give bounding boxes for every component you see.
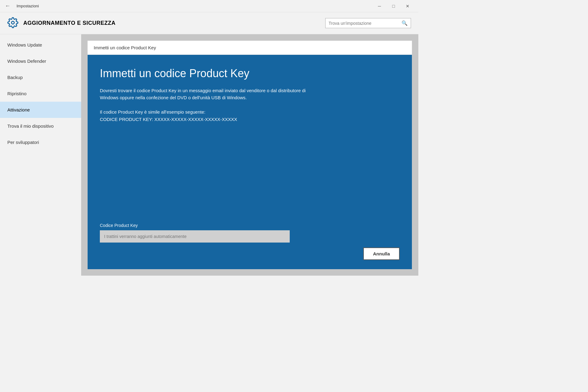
sidebar-item-attivazione[interactable]: Attivazione [0, 102, 81, 118]
dialog-spacer [100, 123, 400, 223]
sidebar-item-windows-update[interactable]: Windows Update [0, 37, 81, 53]
input-label: Codice Product Key [100, 223, 400, 228]
window-controls: ─ □ ✕ [372, 0, 415, 12]
search-icon: 🔍 [401, 20, 408, 26]
product-key-input[interactable] [100, 230, 290, 243]
app-title-bar-label: Impostazioni [17, 4, 39, 8]
minimize-button[interactable]: ─ [372, 0, 386, 12]
close-button[interactable]: ✕ [401, 0, 415, 12]
sidebar-item-windows-defender[interactable]: Windows Defender [0, 53, 81, 69]
sidebar-item-backup[interactable]: Backup [0, 69, 81, 85]
dialog-input-section: Codice Product Key Annulla [100, 223, 400, 260]
dialog-title-bar: Immetti un codice Product Key [88, 41, 412, 55]
dialog-heading: Immetti un codice Product Key [100, 67, 400, 80]
dialog-example-line1: Il codice Product Key è simile all'esemp… [100, 108, 400, 116]
app-header: AGGIORNAMENTO E SICUREZZA 🔍 [0, 12, 418, 34]
sidebar: Windows Update Windows Defender Backup R… [0, 34, 81, 276]
dialog-example: Il codice Product Key è simile all'esemp… [100, 108, 400, 123]
sidebar-item-trova-dispositivo[interactable]: Trova il mio dispositivo [0, 118, 81, 134]
search-box[interactable]: 🔍 [325, 18, 411, 28]
title-bar-left: ← Impostazioni [4, 3, 39, 9]
dialog-example-line2: CODICE PRODUCT KEY: XXXXX-XXXXX-XXXXX-XX… [100, 116, 400, 123]
svg-point-0 [12, 21, 14, 24]
app-header-left: AGGIORNAMENTO E SICUREZZA [7, 17, 115, 29]
maximize-button[interactable]: □ [386, 0, 401, 12]
app-title: AGGIORNAMENTO E SICUREZZA [23, 20, 115, 26]
product-key-dialog: Immetti un codice Product Key Immetti un… [87, 40, 412, 270]
sidebar-item-per-sviluppatori[interactable]: Per sviluppatori [0, 134, 81, 150]
main-layout: Windows Update Windows Defender Backup R… [0, 34, 418, 276]
settings-icon [7, 17, 18, 29]
back-button[interactable]: ← [4, 3, 12, 9]
dialog-actions: Annulla [100, 243, 400, 260]
search-input[interactable] [329, 21, 401, 26]
title-bar: ← Impostazioni ─ □ ✕ [0, 0, 418, 12]
cancel-button[interactable]: Annulla [363, 247, 400, 260]
sidebar-item-ripristino[interactable]: Ripristino [0, 85, 81, 102]
dialog-description: Dovresti trovare il codice Product Key i… [100, 87, 308, 101]
content-area: Immetti un codice Product Key Immetti un… [81, 34, 418, 276]
dialog-body: Immetti un codice Product Key Dovresti t… [88, 55, 412, 269]
